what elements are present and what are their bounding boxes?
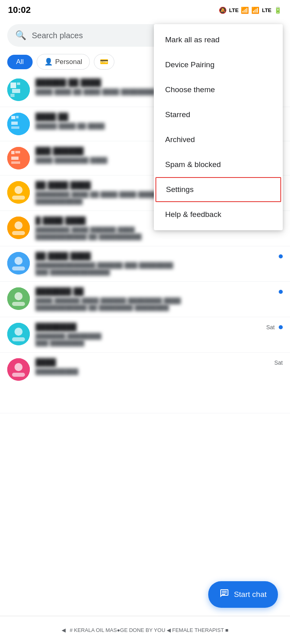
- fab-label: Start chat: [234, 590, 267, 599]
- svg-point-28: [14, 328, 23, 336]
- chat-time: Sat: [274, 359, 283, 366]
- svg-point-19: [14, 221, 23, 229]
- status-time: 10:02: [8, 5, 31, 15]
- svg-point-31: [14, 363, 23, 371]
- dropdown-item-choose-theme[interactable]: Choose theme: [154, 77, 283, 102]
- chat-item[interactable]: ██ ████ ████ ██████████████ ██████ ███ █…: [0, 246, 290, 282]
- dropdown-item-help-feedback[interactable]: Help & feedback: [154, 202, 283, 227]
- avatar: [7, 147, 30, 169]
- unread-indicator: [279, 290, 283, 294]
- chat-preview-2: ███ ██████████████: [35, 269, 283, 276]
- svg-rect-32: [12, 373, 25, 377]
- chat-item[interactable]: ████ Sat ██████████: [0, 353, 290, 413]
- avatar: [7, 287, 30, 310]
- chat-preview-2: ████████████ ██ ████████ ████████: [35, 304, 283, 311]
- svg-rect-26: [12, 302, 25, 306]
- lte2-icon: LTE: [262, 7, 271, 13]
- svg-rect-12: [15, 151, 20, 153]
- unread-indicator: [279, 254, 283, 258]
- avatar: [7, 323, 30, 345]
- chat-preview: ███████ ████████: [35, 333, 283, 340]
- unread-indicator: [279, 325, 283, 329]
- chat-item[interactable]: ████████ Sat ███████ ████████ ███ ██████…: [0, 317, 290, 353]
- avatar: [7, 181, 30, 204]
- svg-rect-4: [10, 94, 14, 97]
- wifi-icon: 📶: [241, 6, 249, 14]
- person-icon: 👤: [44, 58, 53, 66]
- chat-name: ███ ██████: [35, 147, 84, 155]
- chat-name: ████: [35, 358, 56, 367]
- svg-rect-8: [11, 122, 18, 125]
- svg-rect-20: [12, 231, 25, 235]
- avatar: [7, 217, 30, 239]
- mute-icon: 🔕: [219, 6, 227, 14]
- svg-rect-13: [11, 157, 19, 160]
- chat-top: ██ ████ ████: [35, 252, 283, 260]
- tab-personal[interactable]: 👤 Personal: [37, 54, 90, 70]
- chat-preview-2: ███ ████████: [35, 340, 283, 347]
- svg-rect-7: [16, 116, 19, 118]
- dropdown-item-archived[interactable]: Archived: [154, 127, 283, 152]
- chat-time: Sat: [266, 324, 275, 330]
- lte-icon: LTE: [229, 7, 239, 13]
- svg-point-25: [14, 292, 23, 300]
- chat-name: ██████ ██ ████: [35, 78, 101, 87]
- svg-rect-2: [17, 83, 20, 85]
- chat-icon: [220, 588, 229, 601]
- chat-content: ███████ ██ ████ ██████ ████ ██████ █████…: [35, 287, 283, 311]
- start-chat-fab[interactable]: Start chat: [208, 581, 278, 608]
- chat-item[interactable]: ███████ ██ ████ ██████ ████ ██████ █████…: [0, 282, 290, 317]
- tab-all[interactable]: All: [7, 55, 33, 69]
- svg-rect-14: [11, 161, 20, 164]
- battery-icon: 🔋: [274, 6, 282, 14]
- svg-rect-23: [12, 266, 25, 270]
- signal-icon: 📶: [251, 6, 259, 14]
- svg-rect-17: [12, 196, 25, 200]
- chat-name: ████████: [35, 323, 77, 331]
- dropdown-menu: Mark all as read Device Pairing Choose t…: [154, 24, 283, 230]
- bottom-text: # KERALA OIL MAS●GE DONE BY YOU ◀ FEMALE…: [70, 627, 228, 633]
- dropdown-item-settings[interactable]: Settings: [155, 177, 281, 202]
- svg-rect-9: [11, 126, 19, 129]
- chat-content: ████ Sat ██████████: [35, 358, 283, 375]
- svg-point-16: [14, 186, 23, 194]
- avatar: [7, 358, 30, 381]
- dropdown-item-device-pairing[interactable]: Device Pairing: [154, 52, 283, 77]
- dropdown-item-mark-all-read[interactable]: Mark all as read: [154, 27, 283, 52]
- svg-rect-1: [10, 83, 16, 88]
- chat-preview: ██████████████ ██████ ███ ████████: [35, 262, 283, 269]
- svg-rect-11: [11, 151, 14, 154]
- dropdown-item-spam-blocked[interactable]: Spam & blocked: [154, 152, 283, 177]
- search-placeholder: Search places: [32, 31, 83, 40]
- avatar: [7, 113, 30, 135]
- chat-content: ██ ████ ████ ██████████████ ██████ ███ █…: [35, 252, 283, 276]
- card-icon: 💳: [100, 58, 108, 66]
- chat-name: ███████ ██: [35, 287, 84, 296]
- chat-name: ██ ████ ████: [35, 252, 91, 260]
- svg-rect-29: [12, 337, 25, 341]
- dropdown-item-starred[interactable]: Starred: [154, 102, 283, 127]
- avatar: [7, 252, 30, 275]
- chat-content: ████████ Sat ███████ ████████ ███ ██████…: [35, 323, 283, 347]
- chat-name: ██ ████ ████: [35, 181, 91, 190]
- chat-name: ████ ██: [35, 113, 68, 121]
- tab-card[interactable]: 💳: [94, 54, 114, 70]
- search-icon: 🔍: [15, 30, 26, 41]
- chat-top: ████ Sat: [35, 358, 283, 367]
- svg-point-22: [14, 257, 23, 265]
- chat-top: ███████ ██: [35, 287, 283, 296]
- back-icon[interactable]: ◀: [62, 627, 66, 633]
- chat-name: █ ████ ████: [35, 217, 86, 225]
- status-icons: 🔕 LTE 📶 📶 LTE 🔋: [219, 6, 282, 14]
- chat-top: ████████ Sat: [35, 323, 283, 331]
- chat-preview: ████ ██████ ████ ██████ ████████ ████: [35, 297, 283, 304]
- svg-rect-3: [12, 89, 20, 93]
- avatar: [7, 78, 30, 101]
- status-bar: 10:02 🔕 LTE 📶 📶 LTE 🔋: [0, 0, 290, 20]
- chat-preview-2: ████████████ ██ ██████████: [35, 233, 283, 240]
- svg-rect-6: [11, 116, 15, 119]
- chat-preview: ██████████: [35, 368, 283, 375]
- bottom-nav: ◀ # KERALA OIL MAS●GE DONE BY YOU ◀ FEMA…: [0, 616, 290, 644]
